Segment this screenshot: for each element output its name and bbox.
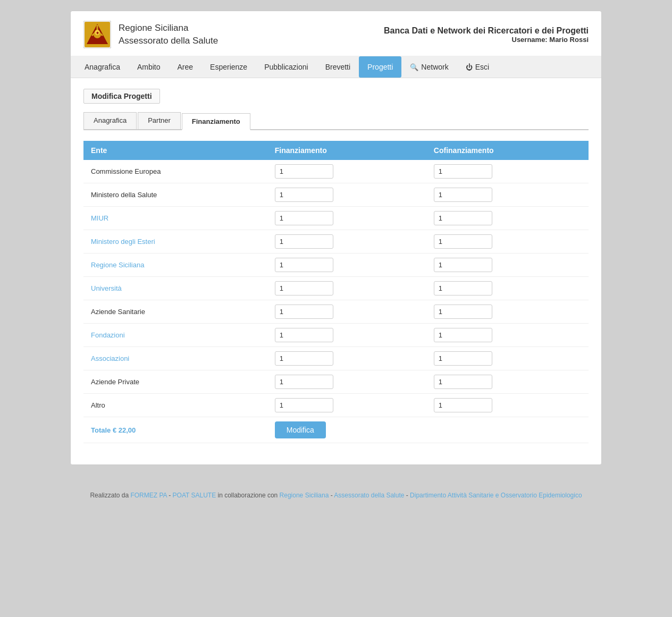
ente-cell: Commissione Europea bbox=[83, 160, 267, 183]
section-title: Modifica Progetti bbox=[83, 89, 160, 104]
nav-item-progetti[interactable]: Progetti bbox=[359, 56, 401, 78]
ente-cell: Regione Siciliana bbox=[83, 253, 267, 277]
table-row: Commissione Europea bbox=[83, 160, 589, 183]
finanziamento-cell bbox=[267, 160, 426, 183]
table-row: Aziende Sanitarie bbox=[83, 300, 589, 324]
svg-text:✦: ✦ bbox=[96, 31, 99, 36]
table-row: Fondazioni bbox=[83, 324, 589, 347]
finanziamento-input[interactable] bbox=[275, 281, 333, 295]
ente-cell: Ministero degli Esteri bbox=[83, 230, 267, 253]
nav-item-pubblicazioni[interactable]: Pubblicazioni bbox=[256, 56, 317, 78]
cofinanziamento-input[interactable] bbox=[434, 375, 492, 389]
modify-button-cell: Modifica bbox=[267, 417, 426, 443]
ente-cell: Fondazioni bbox=[83, 324, 267, 347]
cofinanziamento-cell bbox=[426, 394, 589, 417]
finanziamento-cell bbox=[267, 347, 426, 370]
table-row: Regione Siciliana bbox=[83, 253, 589, 277]
nav-bar: Anagrafica Ambito Aree Esperienze Pubbli… bbox=[71, 56, 601, 78]
cofinanziamento-input[interactable] bbox=[434, 258, 492, 272]
search-icon: 🔍 bbox=[410, 63, 418, 71]
cofinanziamento-cell bbox=[426, 300, 589, 324]
finanziamento-cell bbox=[267, 277, 426, 300]
finanziamento-input[interactable] bbox=[275, 328, 333, 342]
finanziamento-cell bbox=[267, 394, 426, 417]
nav-item-ambito[interactable]: Ambito bbox=[129, 56, 169, 78]
ente-cell: MIUR bbox=[83, 207, 267, 230]
finanziamento-input[interactable] bbox=[275, 164, 333, 179]
table-row: Altro bbox=[83, 394, 589, 417]
cofinanziamento-cell bbox=[426, 230, 589, 253]
finanziamento-input[interactable] bbox=[275, 351, 333, 366]
modify-button[interactable]: Modifica bbox=[275, 421, 326, 438]
finanziamento-input[interactable] bbox=[275, 305, 333, 319]
finanziamento-cell bbox=[267, 207, 426, 230]
ente-cell: Ministero della Salute bbox=[83, 183, 267, 207]
ente-cell: Aziende Private bbox=[83, 370, 267, 394]
org-name: Regione Siciliana Assessorato della Salu… bbox=[119, 22, 218, 47]
cofinanziamento-cell bbox=[426, 370, 589, 394]
table-row: Associazioni bbox=[83, 347, 589, 370]
finanziamento-cell bbox=[267, 324, 426, 347]
nav-item-aree[interactable]: Aree bbox=[169, 56, 202, 78]
footer-link-poat[interactable]: POAT SALUTE bbox=[173, 492, 216, 499]
tab-partner[interactable]: Partner bbox=[138, 112, 181, 129]
nav-item-esperienze[interactable]: Esperienze bbox=[201, 56, 256, 78]
tabs: Anagrafica Partner Finanziamento bbox=[83, 112, 589, 130]
footer-link-regione[interactable]: Regione Siciliana bbox=[280, 492, 329, 499]
tab-anagrafica[interactable]: Anagrafica bbox=[83, 112, 137, 129]
tab-finanziamento[interactable]: Finanziamento bbox=[182, 113, 250, 130]
cofinanziamento-cell bbox=[426, 207, 589, 230]
finanziamento-cell bbox=[267, 253, 426, 277]
cofinanziamento-cell bbox=[426, 160, 589, 183]
header-left: ✦ Regione Siciliana Assessorato della Sa… bbox=[83, 21, 218, 48]
finance-table: Ente Finanziamento Cofinanziamento Commi… bbox=[83, 141, 589, 443]
finanziamento-cell bbox=[267, 370, 426, 394]
table-row: Ministero degli Esteri bbox=[83, 230, 589, 253]
finanziamento-input[interactable] bbox=[275, 211, 333, 225]
cofinanziamento-cell bbox=[426, 324, 589, 347]
col-ente: Ente bbox=[83, 141, 267, 160]
finanziamento-cell bbox=[267, 230, 426, 253]
cofinanziamento-input[interactable] bbox=[434, 281, 492, 295]
total-label: Totale € 22,00 bbox=[83, 417, 267, 443]
nav-item-brevetti[interactable]: Brevetti bbox=[317, 56, 359, 78]
cofinanziamento-input[interactable] bbox=[434, 211, 492, 225]
nav-item-network[interactable]: 🔍 Network bbox=[401, 56, 457, 78]
finanziamento-cell bbox=[267, 300, 426, 324]
col-finanziamento: Finanziamento bbox=[267, 141, 426, 160]
footer-link-formez[interactable]: FORMEZ PA bbox=[130, 492, 166, 499]
cofinanziamento-input[interactable] bbox=[434, 351, 492, 366]
ente-cell: Aziende Sanitarie bbox=[83, 300, 267, 324]
footer-link-assessorato[interactable]: Assessorato della Salute bbox=[334, 492, 404, 499]
cofinanziamento-input[interactable] bbox=[434, 234, 492, 249]
nav-item-esci[interactable]: ⏻ Esci bbox=[457, 56, 498, 78]
cofinanziamento-input[interactable] bbox=[434, 398, 492, 412]
finanziamento-cell bbox=[267, 183, 426, 207]
nav-item-anagrafica[interactable]: Anagrafica bbox=[76, 56, 129, 78]
header: ✦ Regione Siciliana Assessorato della Sa… bbox=[71, 11, 601, 56]
ente-cell: Università bbox=[83, 277, 267, 300]
table-row: Università bbox=[83, 277, 589, 300]
cofinanziamento-input[interactable] bbox=[434, 305, 492, 319]
finanziamento-input[interactable] bbox=[275, 375, 333, 389]
content: Modifica Progetti Anagrafica Partner Fin… bbox=[71, 78, 601, 454]
table-row: Aziende Private bbox=[83, 370, 589, 394]
table-row: MIUR bbox=[83, 207, 589, 230]
logo-icon: ✦ bbox=[83, 21, 111, 48]
table-row: Ministero della Salute bbox=[83, 183, 589, 207]
cofinanziamento-cell bbox=[426, 183, 589, 207]
cofinanziamento-input[interactable] bbox=[434, 328, 492, 342]
finanziamento-input[interactable] bbox=[275, 234, 333, 249]
power-icon: ⏻ bbox=[466, 63, 473, 71]
footer-link-dipartimento[interactable]: Dipartimento Attività Sanitarie e Osserv… bbox=[410, 492, 582, 499]
cofinanziamento-input[interactable] bbox=[434, 188, 492, 202]
finanziamento-input[interactable] bbox=[275, 188, 333, 202]
cofinanziamento-input[interactable] bbox=[434, 164, 492, 179]
cofinanziamento-cell bbox=[426, 277, 589, 300]
username: Username: Mario Rossi bbox=[384, 36, 589, 44]
finanziamento-input[interactable] bbox=[275, 398, 333, 412]
app-title: Banca Dati e Network dei Ricercatori e d… bbox=[384, 26, 589, 36]
footer: Realizzato da FORMEZ PA - POAT SALUTE in… bbox=[60, 481, 612, 510]
ente-cell: Associazioni bbox=[83, 347, 267, 370]
finanziamento-input[interactable] bbox=[275, 258, 333, 272]
